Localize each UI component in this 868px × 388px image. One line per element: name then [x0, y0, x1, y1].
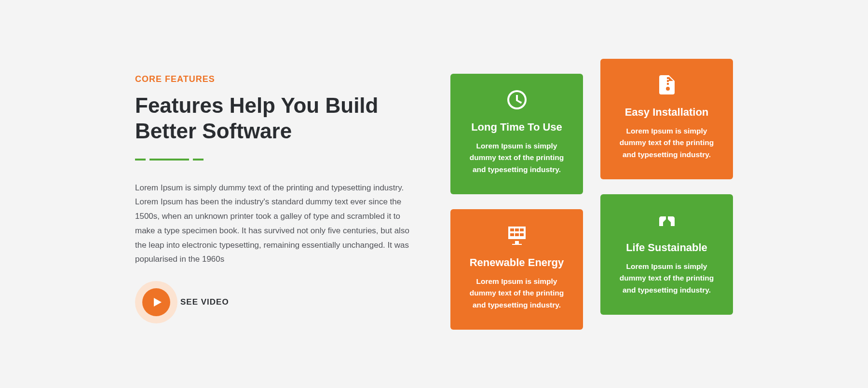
- solar-panel-icon: [505, 224, 529, 247]
- card-desc: Lorem Ipsum is simply dummy text of the …: [462, 276, 571, 311]
- hands-holding-icon: [655, 209, 678, 232]
- play-icon: [142, 288, 170, 316]
- section-heading: Features Help You Build Better Software: [135, 93, 421, 144]
- feature-card-renewable: Renewable Energy Lorem Ipsum is simply d…: [450, 209, 583, 330]
- card-title: Long Time To Use: [471, 121, 562, 134]
- divider: [135, 159, 421, 161]
- card-desc: Lorem Ipsum is simply dummy text of the …: [612, 125, 721, 161]
- feature-card-installation: Easy Installation Lorem Ipsum is simply …: [600, 59, 733, 179]
- card-title: Easy Installation: [625, 106, 709, 119]
- see-video-label: SEE VIDEO: [180, 297, 229, 307]
- section-eyebrow: CORE FEATURES: [135, 74, 421, 84]
- feature-card-sustainable: Life Sustainable Lorem Ipsum is simply d…: [600, 194, 733, 315]
- file-zip-icon: [655, 73, 678, 96]
- play-halo: [135, 281, 177, 323]
- clock-icon: [505, 88, 529, 111]
- card-desc: Lorem Ipsum is simply dummy text of the …: [462, 140, 571, 176]
- see-video-button[interactable]: SEE VIDEO: [135, 281, 229, 323]
- card-desc: Lorem Ipsum is simply dummy text of the …: [612, 261, 721, 296]
- card-title: Renewable Energy: [470, 256, 564, 269]
- section-body: Lorem Ipsum is simply dummy text of the …: [135, 181, 421, 267]
- card-title: Life Sustainable: [626, 241, 707, 254]
- feature-card-long-time: Long Time To Use Lorem Ipsum is simply d…: [450, 74, 583, 194]
